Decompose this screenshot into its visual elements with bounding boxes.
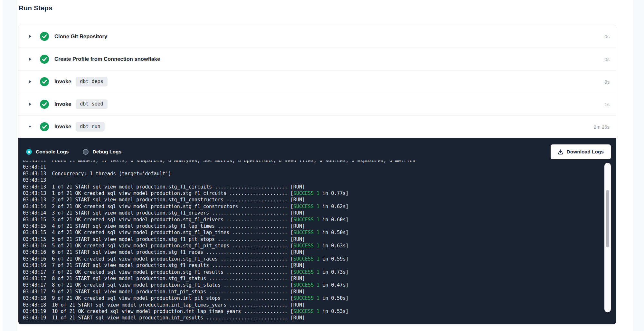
log-timestamp: 03:43:13	[23, 177, 46, 183]
success-check-icon	[40, 122, 49, 131]
log-timestamp: 03:43:19	[23, 315, 46, 321]
log-line: 03:43:13 1 of 21 START sql view model pr…	[23, 184, 616, 190]
log-line: 03:43:17 9 of 21 START sql view model pr…	[23, 289, 616, 295]
step-label: Invoke	[54, 78, 71, 85]
log-line: 03:43:15 4 of 21 OK created sql view mod…	[23, 229, 616, 236]
log-timestamp: 03:43:13	[23, 190, 46, 196]
log-timestamp: 03:43:16	[23, 256, 46, 262]
log-timestamp: 03:43:16	[23, 243, 46, 249]
radio-debug-logs[interactable]: Debug Logs	[83, 149, 121, 155]
log-line: 03:43:16 5 of 21 OK created sql view mod…	[23, 243, 616, 249]
step-label: Create Profile from Connection snowflake	[54, 56, 160, 62]
log-line: 03:43:13 Concurrency: 1 threads (target=…	[23, 170, 616, 177]
log-line: 03:43:16 6 of 21 OK created sql view mod…	[23, 256, 616, 262]
radio-unselected-icon[interactable]	[83, 149, 89, 155]
command-badge: dbt seed	[76, 99, 107, 109]
caret-right-icon[interactable]	[28, 34, 32, 39]
radio-selected-icon[interactable]	[26, 149, 32, 155]
log-timestamp: 03:43:14	[23, 210, 46, 216]
log-timestamp: 03:43:14	[23, 204, 46, 209]
step-duration: 1s	[604, 101, 610, 107]
log-line: 03:43:11	[23, 164, 616, 170]
log-timestamp: 03:43:18	[23, 295, 46, 301]
download-logs-label: Download Logs	[567, 149, 604, 155]
log-timestamp: 03:43:13	[23, 184, 46, 190]
console-scrollbar-thumb[interactable]	[606, 190, 609, 247]
log-timestamp: 03:43:17	[23, 269, 46, 275]
step-duration: 0s	[604, 56, 610, 62]
log-line: 03:43:17 8 of 21 START sql view model pr…	[23, 275, 616, 282]
log-timestamp: 03:43:19	[23, 308, 46, 314]
page-title: Run Steps	[19, 4, 52, 12]
log-line: 03:43:13	[23, 177, 616, 183]
step-duration: 0s	[604, 34, 610, 39]
success-check-icon	[40, 77, 49, 86]
success-check-icon	[40, 55, 49, 64]
console-scrollbar-track[interactable]	[604, 163, 611, 312]
radio-label: Console Logs	[36, 149, 69, 155]
log-line: 03:43:13 2 of 21 START sql view model pr…	[23, 197, 616, 203]
run-steps-card: Clone Git Repository 0s Create Profile f…	[18, 25, 616, 325]
left-page-gutter	[3, 0, 17, 331]
log-line: 03:43:19 11 of 21 START sql view model p…	[23, 315, 616, 321]
step-label: Clone Git Repository	[54, 33, 107, 40]
log-line: 03:43:17 8 of 21 OK created sql view mod…	[23, 282, 616, 288]
step-duration: 0s	[604, 79, 610, 84]
log-type-radio-group: Console Logs Debug Logs	[26, 149, 136, 155]
page-scrollbar-gutter	[633, 0, 644, 331]
caret-right-icon[interactable]	[28, 57, 32, 61]
download-icon	[558, 149, 563, 155]
console-log-viewport[interactable]: 03:43:11 Found 21 models, 17 tests, 0 sn…	[18, 161, 616, 323]
log-line: 03:43:15 5 of 21 START sql view model pr…	[23, 236, 616, 243]
log-timestamp: 03:43:15	[23, 217, 46, 223]
command-badge: dbt run	[76, 122, 104, 132]
log-line: 03:43:11 Found 21 models, 17 tests, 0 sn…	[23, 161, 616, 164]
log-line: 03:43:15 4 of 21 START sql view model pr…	[23, 223, 616, 229]
log-line: 03:43:18 10 of 21 START sql view model p…	[23, 302, 616, 308]
caret-down-icon[interactable]	[28, 124, 32, 129]
log-line: 03:43:16 7 of 21 START sql view model pr…	[23, 262, 616, 269]
step-row-invoke-dbt-deps[interactable]: Invoke dbt deps 0s	[18, 70, 616, 93]
step-duration: 2m 26s	[594, 124, 610, 129]
caret-right-icon[interactable]	[28, 102, 32, 106]
log-timestamp: 03:43:11	[23, 161, 46, 163]
step-row-invoke-dbt-run[interactable]: Invoke dbt run 2m 26s	[18, 115, 616, 138]
radio-console-logs[interactable]: Console Logs	[26, 149, 69, 155]
console-panel: Console Logs Debug Logs Download Logs 03…	[18, 138, 616, 324]
log-line: 03:43:17 7 of 21 OK created sql view mod…	[23, 269, 616, 275]
log-line: 03:43:15 3 of 21 OK created sql view mod…	[23, 216, 616, 223]
command-badge: dbt deps	[76, 77, 107, 87]
log-timestamp: 03:43:13	[23, 197, 46, 203]
log-timestamp: 03:43:18	[23, 302, 46, 308]
log-line: 03:43:14 2 of 21 OK created sql view mod…	[23, 203, 616, 210]
log-timestamp: 03:43:16	[23, 262, 46, 268]
step-row-create-profile-from-connection-snowflake[interactable]: Create Profile from Connection snowflake…	[18, 48, 616, 70]
step-label: Invoke	[54, 124, 71, 130]
log-timestamp: 03:43:17	[23, 282, 46, 288]
step-row-clone-git-repository[interactable]: Clone Git Repository 0s	[18, 25, 616, 48]
step-row-invoke-dbt-seed[interactable]: Invoke dbt seed 1s	[18, 93, 616, 115]
log-line: 03:43:13 1 of 21 OK created sql view mod…	[23, 190, 616, 197]
log-timestamp: 03:43:15	[23, 223, 46, 229]
caret-right-icon[interactable]	[28, 79, 32, 84]
log-line: 03:43:16 6 of 21 START sql view model pr…	[23, 249, 616, 255]
console-log-content: 03:43:11 Found 21 models, 17 tests, 0 sn…	[23, 161, 616, 321]
log-line: 03:43:18 9 of 21 OK created sql view mod…	[23, 295, 616, 301]
console-header: Console Logs Debug Logs Download Logs	[18, 138, 616, 159]
radio-label: Debug Logs	[92, 149, 121, 155]
step-label: Invoke	[54, 101, 71, 107]
log-timestamp: 03:43:17	[23, 276, 46, 281]
log-timestamp: 03:43:15	[23, 230, 46, 235]
run-steps-list: Clone Git Repository 0s Create Profile f…	[18, 25, 616, 138]
download-logs-button[interactable]: Download Logs	[551, 144, 611, 159]
success-check-icon	[40, 100, 49, 109]
log-line: 03:43:19 10 of 21 OK created sql view mo…	[23, 308, 616, 315]
log-line: 03:43:14 3 of 21 START sql view model pr…	[23, 210, 616, 216]
log-timestamp: 03:43:13	[23, 171, 46, 177]
log-timestamp: 03:43:17	[23, 289, 46, 295]
log-timestamp: 03:43:11	[23, 164, 46, 170]
success-check-icon	[40, 32, 49, 41]
log-timestamp: 03:43:16	[23, 249, 46, 255]
log-timestamp: 03:43:15	[23, 236, 46, 242]
